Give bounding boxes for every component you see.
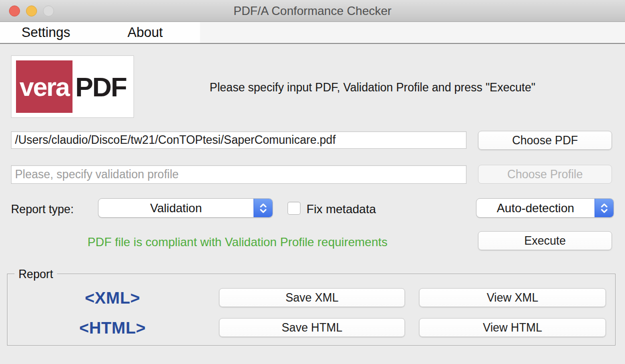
- menu-bar: Settings About: [0, 22, 625, 44]
- app-window: PDF/A Conformance Checker Settings About…: [0, 0, 625, 364]
- window-title: PDF/A Conformance Checker: [0, 0, 625, 22]
- save-xml-button[interactable]: Save XML: [219, 288, 405, 307]
- choose-profile-button[interactable]: Choose Profile: [478, 165, 612, 184]
- html-report-label: <HTML>: [30, 318, 195, 338]
- title-bar: PDF/A Conformance Checker: [0, 0, 625, 22]
- verapdf-logo: vera PDF: [11, 55, 134, 118]
- report-type-label: Report type:: [11, 202, 74, 217]
- view-xml-button[interactable]: View XML: [419, 288, 606, 307]
- chevron-updown-icon: [594, 199, 614, 217]
- menu-item-settings[interactable]: Settings: [14, 22, 78, 43]
- fix-metadata-checkbox[interactable]: [288, 202, 300, 215]
- menu-item-about[interactable]: About: [120, 22, 170, 43]
- choose-pdf-button[interactable]: Choose PDF: [478, 131, 612, 150]
- logo-pdf-text: PDF: [72, 60, 129, 113]
- report-type-selected-value: Validation: [98, 199, 254, 217]
- menu-bar-spacer: [200, 22, 625, 43]
- view-html-button[interactable]: View HTML: [419, 318, 606, 337]
- save-html-button[interactable]: Save HTML: [219, 318, 405, 337]
- compliance-status-text: PDF file is compliant with Validation Pr…: [0, 235, 475, 250]
- report-type-select[interactable]: Validation: [98, 198, 273, 218]
- logo-vera-text: vera: [16, 60, 72, 113]
- instruction-text: Please specify input PDF, Validation Pro…: [140, 80, 605, 95]
- report-groupbox: Report <XML> Save XML View XML <HTML> Sa…: [7, 274, 616, 346]
- flavour-selected-value: Auto-detection: [476, 199, 594, 217]
- fix-metadata-label: Fix metadata: [306, 202, 376, 217]
- chevron-updown-icon: [254, 199, 272, 217]
- flavour-select[interactable]: Auto-detection: [476, 198, 614, 218]
- pdf-path-input[interactable]: [11, 131, 466, 149]
- xml-report-label: <XML>: [30, 288, 195, 308]
- validation-profile-input[interactable]: [11, 165, 466, 184]
- report-groupbox-legend: Report: [14, 267, 57, 281]
- execute-button[interactable]: Execute: [478, 231, 612, 250]
